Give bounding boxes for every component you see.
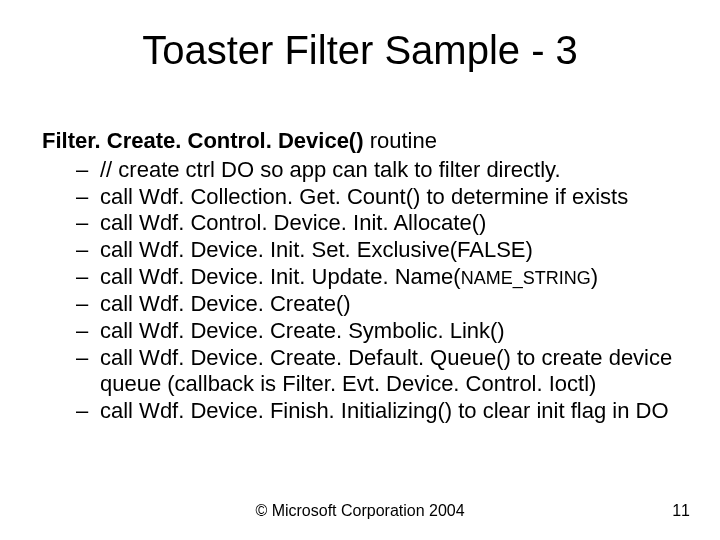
item-text: call Wdf. Device. Create() xyxy=(100,291,351,316)
item-text: call Wdf. Device. Finish. Initializing()… xyxy=(100,398,669,423)
list-item: call Wdf. Device. Create. Default. Queue… xyxy=(82,345,678,399)
item-suffix: ) xyxy=(591,264,598,289)
item-text: call Wdf. Device. Create. Symbolic. Link… xyxy=(100,318,505,343)
slide-body: Filter. Create. Control. Device() routin… xyxy=(42,128,678,425)
list-item: call Wdf. Collection. Get. Count() to de… xyxy=(82,184,678,211)
list-item: call Wdf. Device. Create() xyxy=(82,291,678,318)
list-item: call Wdf. Device. Create. Symbolic. Link… xyxy=(82,318,678,345)
bullet-list: // create ctrl DO so app can talk to fil… xyxy=(42,157,678,425)
item-text: call Wdf. Collection. Get. Count() to de… xyxy=(100,184,628,209)
item-text: call Wdf. Control. Device. Init. Allocat… xyxy=(100,210,486,235)
lead-bold: Filter. Create. Control. Device() xyxy=(42,128,364,153)
slide: Toaster Filter Sample - 3 Filter. Create… xyxy=(0,0,720,540)
item-prefix: call Wdf. Device. Init. Update. Name( xyxy=(100,264,461,289)
slide-title: Toaster Filter Sample - 3 xyxy=(0,28,720,73)
list-item: call Wdf. Device. Init. Set. Exclusive(F… xyxy=(82,237,678,264)
list-item: call Wdf. Control. Device. Init. Allocat… xyxy=(82,210,678,237)
item-text: call Wdf. Device. Create. Default. Queue… xyxy=(100,345,672,397)
list-item: call Wdf. Device. Init. Update. Name(NAM… xyxy=(82,264,678,291)
list-item: // create ctrl DO so app can talk to fil… xyxy=(82,157,678,184)
lead-rest: routine xyxy=(364,128,437,153)
item-text: call Wdf. Device. Init. Set. Exclusive(F… xyxy=(100,237,533,262)
lead-line: Filter. Create. Control. Device() routin… xyxy=(42,128,678,155)
footer-page-number: 11 xyxy=(672,502,690,520)
footer-copyright: © Microsoft Corporation 2004 xyxy=(0,502,720,520)
list-item: call Wdf. Device. Finish. Initializing()… xyxy=(82,398,678,425)
item-small: NAME_STRING xyxy=(461,268,591,288)
item-text: // create ctrl DO so app can talk to fil… xyxy=(100,157,561,182)
